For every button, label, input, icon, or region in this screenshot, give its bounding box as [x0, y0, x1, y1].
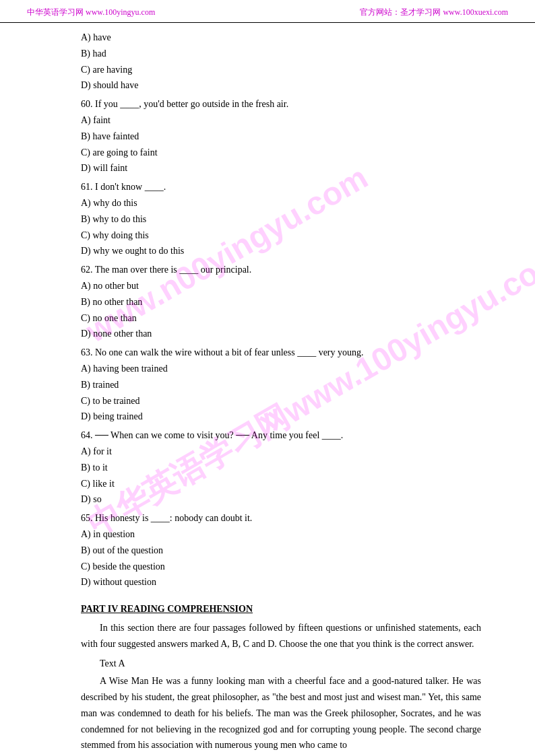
- list-item: D) being trained: [81, 409, 481, 425]
- list-item: A) no other but: [81, 278, 481, 294]
- question-64: 64. ── When can we come to visit you? ──…: [81, 427, 481, 444]
- list-item: A) in question: [81, 526, 481, 543]
- list-item: D) so: [81, 491, 481, 508]
- list-item: C) are having: [81, 62, 481, 78]
- list-item: C) beside the question: [81, 559, 481, 575]
- list-item: B) trained: [81, 377, 481, 393]
- list-item: A) why do this: [81, 195, 481, 211]
- list-item: A) faint: [81, 112, 481, 129]
- text-a-content: A Wise Man He was a funny looking man wi…: [81, 673, 481, 753]
- list-item: A) have: [81, 30, 481, 46]
- part-iv-intro: In this section there are four passages …: [81, 620, 481, 652]
- header-left: 中华英语学习网 www.100yingyu.com: [27, 7, 155, 18]
- list-item: A) for it: [81, 444, 481, 460]
- header-right: 官方网站：圣才学习网 www.100xuexi.com: [360, 7, 508, 18]
- list-item: D) none other than: [81, 326, 481, 342]
- list-item: C) why doing this: [81, 228, 481, 244]
- list-item: B) had: [81, 46, 481, 62]
- list-item: B) out of the question: [81, 543, 481, 559]
- question-63: 63. No one can walk the wire without a b…: [81, 345, 481, 361]
- question-65: 65. His honesty is ____: nobody can doub…: [81, 510, 481, 526]
- question-62: 62. The man over there is ____ our princ…: [81, 262, 481, 278]
- list-item: C) to be trained: [81, 393, 481, 409]
- list-item: C) like it: [81, 476, 481, 492]
- question-60: 60. If you ____, you'd better go outside…: [81, 96, 481, 112]
- list-item: B) to it: [81, 460, 481, 476]
- list-item: C) are going to faint: [81, 145, 481, 161]
- page-header: 中华英语学习网 www.100yingyu.com 官方网站：圣才学习网 www…: [0, 0, 535, 23]
- list-item: A) having been trained: [81, 361, 481, 377]
- list-item: D) will faint: [81, 160, 481, 176]
- text-a-label: Text A: [81, 656, 481, 672]
- main-content: A) have B) had C) are having D) should h…: [0, 23, 535, 756]
- list-item: D) should have: [81, 77, 481, 94]
- question-61: 61. I don't know ____.: [81, 179, 481, 195]
- list-item: C) no one than: [81, 310, 481, 327]
- list-item: D) without question: [81, 574, 481, 590]
- list-item: B) have fainted: [81, 129, 481, 145]
- list-item: B) why to do this: [81, 211, 481, 228]
- list-item: D) why we ought to do this: [81, 243, 481, 259]
- part-iv-heading: PART IV READING COMPREHENSION: [81, 596, 481, 617]
- list-item: B) no other than: [81, 294, 481, 310]
